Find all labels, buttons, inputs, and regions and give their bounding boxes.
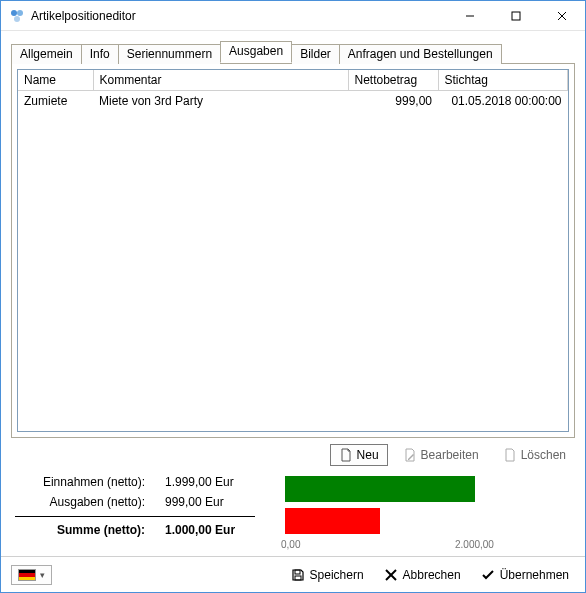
apply-button-label: Übernehmen xyxy=(500,568,569,582)
tab-seriennummern[interactable]: Seriennummern xyxy=(118,44,221,64)
cell-name: Zumiete xyxy=(18,91,93,112)
income-expense-chart: 0,00 2.000,00 xyxy=(275,472,571,550)
window-title: Artikelpositioneditor xyxy=(31,9,447,23)
delete-button[interactable]: Löschen xyxy=(494,444,575,466)
cancel-icon xyxy=(384,568,398,582)
totals-panel: Einnahmen (netto): 1.999,00 Eur Ausgaben… xyxy=(15,472,255,550)
tab-info[interactable]: Info xyxy=(81,44,119,64)
svg-point-0 xyxy=(11,10,17,16)
delete-page-icon xyxy=(503,448,517,462)
svg-point-2 xyxy=(14,16,20,22)
tab-bilder[interactable]: Bilder xyxy=(291,44,340,64)
col-header-name[interactable]: Name xyxy=(18,70,93,91)
chart-bar-ausgaben xyxy=(285,508,380,534)
svg-rect-4 xyxy=(512,12,520,20)
ausgaben-value: 999,00 Eur xyxy=(155,495,255,509)
cell-stichtag: 01.05.2018 00:00:00 xyxy=(438,91,568,112)
tab-anfragen[interactable]: Anfragen und Bestellungen xyxy=(339,44,502,64)
apply-button[interactable]: Übernehmen xyxy=(475,565,575,585)
tab-strip: Allgemein Info Seriennummern Ausgaben Bi… xyxy=(11,41,575,63)
edit-button[interactable]: Bearbeiten xyxy=(394,444,488,466)
summary-row: Einnahmen (netto): 1.999,00 Eur Ausgaben… xyxy=(11,472,575,556)
flag-de-icon xyxy=(18,569,36,581)
save-button[interactable]: Speichern xyxy=(285,565,370,585)
chevron-down-icon: ▾ xyxy=(40,570,45,580)
app-icon xyxy=(9,8,25,24)
tab-allgemein[interactable]: Allgemein xyxy=(11,44,82,64)
chart-xtick-0: 0,00 xyxy=(281,539,300,550)
cell-nettobetrag: 999,00 xyxy=(348,91,438,112)
svg-point-1 xyxy=(17,10,23,16)
col-header-stichtag[interactable]: Stichtag xyxy=(438,70,568,91)
maximize-button[interactable] xyxy=(493,1,539,30)
content-area: Allgemein Info Seriennummern Ausgaben Bi… xyxy=(1,31,585,556)
new-page-icon xyxy=(339,448,353,462)
col-header-kommentar[interactable]: Kommentar xyxy=(93,70,348,91)
window-controls xyxy=(447,1,585,30)
minimize-button[interactable] xyxy=(447,1,493,30)
check-icon xyxy=(481,568,495,582)
summe-value: 1.000,00 Eur xyxy=(155,523,255,537)
row-actions: Neu Bearbeiten Löschen xyxy=(11,438,575,472)
edit-button-label: Bearbeiten xyxy=(421,448,479,462)
delete-button-label: Löschen xyxy=(521,448,566,462)
expenses-grid[interactable]: Name Kommentar Nettobetrag Stichtag Zumi… xyxy=(17,69,569,432)
save-icon xyxy=(291,568,305,582)
cancel-button-label: Abbrechen xyxy=(403,568,461,582)
einnahmen-value: 1.999,00 Eur xyxy=(155,475,255,489)
edit-page-icon xyxy=(403,448,417,462)
cell-kommentar: Miete von 3rd Party xyxy=(93,91,348,112)
ausgaben-label: Ausgaben (netto): xyxy=(15,495,145,509)
table-row[interactable]: Zumiete Miete von 3rd Party 999,00 01.05… xyxy=(18,91,568,112)
titlebar[interactable]: Artikelpositioneditor xyxy=(1,1,585,31)
chart-xtick-1: 2.000,00 xyxy=(455,539,494,550)
save-button-label: Speichern xyxy=(310,568,364,582)
new-button-label: Neu xyxy=(357,448,379,462)
cancel-button[interactable]: Abbrechen xyxy=(378,565,467,585)
footer-bar: ▾ Speichern Abbrechen Übernehmen xyxy=(1,556,585,592)
tab-ausgaben[interactable]: Ausgaben xyxy=(220,41,292,63)
close-button[interactable] xyxy=(539,1,585,30)
new-button[interactable]: Neu xyxy=(330,444,388,466)
chart-bar-einnahmen xyxy=(285,476,475,502)
tab-panel-ausgaben: Name Kommentar Nettobetrag Stichtag Zumi… xyxy=(11,63,575,438)
col-header-nettobetrag[interactable]: Nettobetrag xyxy=(348,70,438,91)
language-selector[interactable]: ▾ xyxy=(11,565,52,585)
einnahmen-label: Einnahmen (netto): xyxy=(15,475,145,489)
window-frame: Artikelpositioneditor Allgemein Info Ser… xyxy=(0,0,586,593)
summe-label: Summe (netto): xyxy=(15,523,145,537)
